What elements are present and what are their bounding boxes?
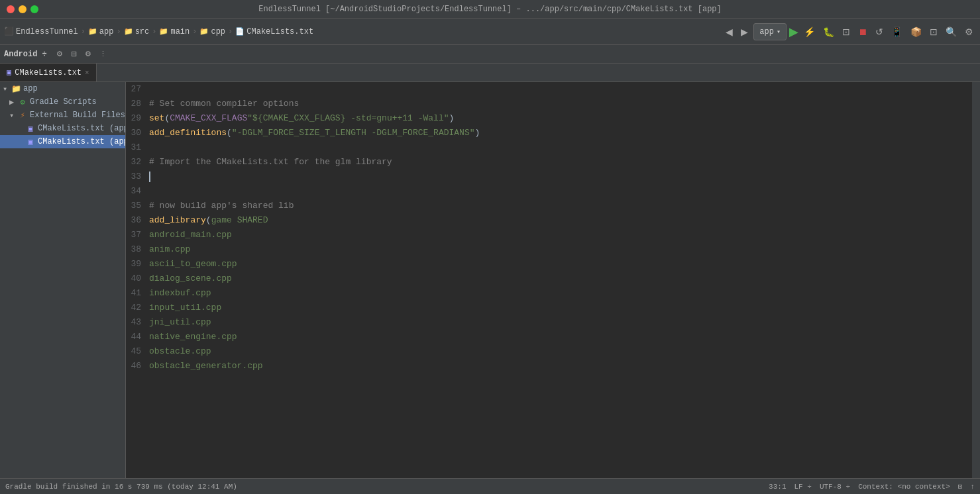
- folder-icon-2: 📁: [124, 27, 133, 36]
- sidebar-item-cmake-1[interactable]: ▶ ▣ CMakeLists.txt (app, ...): [0, 122, 125, 135]
- sync-button[interactable]: ↺: [873, 25, 886, 38]
- status-bar: Gradle build finished in 16 s 739 ms (to…: [0, 478, 980, 494]
- breadcrumb-item-0[interactable]: ⬛ EndlessTunnel: [4, 26, 78, 36]
- breadcrumb-item-1[interactable]: 📁 app: [88, 27, 114, 36]
- code-line-30: 30 add_definitions("-DGLM_FORCE_SIZE_T_L…: [126, 126, 972, 140]
- status-message: Gradle build finished in 16 s 739 ms (to…: [5, 483, 762, 491]
- breadcrumb: ⬛ EndlessTunnel › 📁 app › 📁 src › 📁 main…: [4, 26, 313, 36]
- code-line-31: 31: [126, 140, 972, 155]
- file-icon-5: 📄: [235, 27, 245, 36]
- sidebar-label-app: app: [23, 84, 38, 93]
- code-line-43: 43 jni_util.cpp: [126, 315, 972, 330]
- tab-cmakelists[interactable]: ▣ CMakeLists.txt ×: [0, 64, 97, 81]
- code-line-37: 37 android_main.cpp: [126, 228, 972, 242]
- sidebar-item-cmake-2[interactable]: ▶ ▣ CMakeLists.txt (app, ...): [0, 135, 125, 148]
- close-button[interactable]: [7, 5, 15, 13]
- avd-button[interactable]: 📱: [889, 25, 905, 38]
- sidebar-item-app[interactable]: ▾ 📁 app: [0, 82, 125, 95]
- breadcrumb-label-1: app: [99, 27, 114, 36]
- breadcrumb-label-0: EndlessTunnel: [16, 27, 78, 36]
- code-line-42: 42 input_util.cpp: [126, 301, 972, 315]
- external-build-icon: ⚡: [17, 110, 28, 121]
- cmake-file-icon: ▣: [7, 68, 11, 77]
- expand-icon-gradle: ▶: [9, 97, 17, 107]
- folder-icon-1: 📁: [88, 27, 97, 36]
- android-label: Android ÷: [4, 50, 51, 59]
- cursor-position[interactable]: 33:1: [769, 483, 786, 491]
- more-btn[interactable]: ⋮: [97, 48, 109, 60]
- breadcrumb-item-4[interactable]: 📁 cpp: [199, 27, 225, 36]
- project-icon: ⬛: [4, 26, 14, 36]
- code-line-34: 34: [126, 184, 972, 199]
- cmake-icon-2: ▣: [25, 136, 36, 147]
- chevron-down-icon: ▾: [777, 28, 781, 36]
- sdk-button[interactable]: 📦: [908, 25, 924, 38]
- settings-btn[interactable]: ⚙: [82, 48, 94, 60]
- collapse-all-btn[interactable]: ⊟: [68, 48, 80, 60]
- title-bar: EndlessTunnel [~/AndroidStudioProjects/E…: [0, 0, 980, 19]
- sync-project-btn[interactable]: ⚙: [54, 48, 66, 60]
- secondary-toolbar: Android ÷ ⚙ ⊟ ⚙ ⋮: [0, 45, 980, 64]
- status-text: Gradle build finished in 16 s 739 ms (to…: [5, 483, 237, 491]
- folder-icon-4: 📁: [199, 27, 209, 36]
- vcs-icon[interactable]: ↑: [970, 483, 975, 491]
- profile-button[interactable]: ⚡: [801, 25, 818, 38]
- expand-icon-app: ▾: [3, 84, 11, 94]
- minimize-button[interactable]: [19, 5, 27, 13]
- context-info: Context: <no context>: [858, 483, 950, 491]
- code-line-39: 39 ascii_to_geom.cpp: [126, 257, 972, 272]
- stop-button[interactable]: ⏹: [855, 25, 870, 38]
- code-line-36: 36 add_library(game SHARED: [126, 213, 972, 228]
- code-line-28: 28 # Set common compiler options: [126, 97, 972, 111]
- sidebar-label-gradle: Gradle Scripts: [30, 97, 97, 107]
- code-line-32: 32 # Import the CMakeLists.txt for the g…: [126, 155, 972, 170]
- debug-button[interactable]: 🐛: [820, 25, 837, 38]
- indent-icon[interactable]: ⊡: [958, 482, 963, 491]
- folder-icon-3: 📁: [159, 27, 168, 36]
- sidebar-item-external-build[interactable]: ▾ ⚡ External Build Files: [0, 109, 125, 122]
- code-line-40: 40 dialog_scene.cpp: [126, 272, 972, 286]
- app-folder-icon: 📁: [11, 83, 21, 94]
- traffic-lights[interactable]: [7, 5, 38, 13]
- maximize-button[interactable]: [30, 5, 38, 13]
- app-selector-label: app: [759, 27, 774, 36]
- tab-bar: ▣ CMakeLists.txt ×: [0, 64, 980, 82]
- expand-icon-external: ▾: [9, 111, 17, 121]
- code-line-38: 38 anim.cpp: [126, 242, 972, 257]
- breadcrumb-label-4: cpp: [211, 27, 225, 36]
- breadcrumb-item-3[interactable]: 📁 main: [159, 27, 190, 36]
- breadcrumb-label-3: main: [170, 27, 190, 36]
- search-button[interactable]: 🔍: [943, 25, 959, 38]
- forward-button[interactable]: ▶: [738, 25, 751, 38]
- tab-close-button[interactable]: ×: [85, 69, 89, 77]
- cmake-icon-1: ▣: [25, 123, 36, 134]
- breadcrumb-item-5[interactable]: 📄 CMakeLists.txt: [235, 27, 313, 36]
- code-line-33: 33: [126, 170, 972, 184]
- main-toolbar: ⬛ EndlessTunnel › 📁 app › 📁 src › 📁 main…: [0, 19, 980, 45]
- status-right: 33:1 LF ÷ UTF-8 ÷ Context: <no context> …: [769, 482, 975, 491]
- code-line-46: 46 obstacle_generator.cpp: [126, 359, 972, 373]
- code-line-27: 27: [126, 82, 972, 97]
- back-button[interactable]: ◀: [723, 25, 735, 38]
- cursor: [149, 172, 150, 182]
- line-ending[interactable]: LF ÷: [794, 483, 812, 491]
- encoding[interactable]: UTF-8 ÷: [820, 483, 850, 491]
- breadcrumb-label-5: CMakeLists.txt: [246, 27, 313, 36]
- breadcrumb-label-2: src: [135, 27, 150, 36]
- code-line-44: 44 native_engine.cpp: [126, 330, 972, 344]
- sidebar-label-external: External Build Files: [30, 111, 125, 120]
- code-line-29: 29 set(CMAKE_CXX_FLAGS "${CMAKE_CXX_FLAG…: [126, 111, 972, 126]
- gradle-icon: ⚙: [17, 97, 28, 107]
- right-gutter: [972, 82, 980, 478]
- run-button[interactable]: ▶: [789, 25, 798, 39]
- app-selector[interactable]: app ▾: [753, 23, 787, 40]
- sidebar-label-cmake-1: CMakeLists.txt (app, ...): [38, 124, 125, 133]
- settings-icon[interactable]: ⚙: [962, 25, 976, 38]
- code-container[interactable]: 27 28 # Set common compiler options 29 s…: [126, 82, 980, 478]
- toolbar-actions: ◀ ▶ app ▾ ▶ ⚡ 🐛 ⊡ ⏹ ↺ 📱 📦 ⊡ 🔍 ⚙: [723, 23, 976, 40]
- breadcrumb-item-2[interactable]: 📁 src: [124, 27, 150, 36]
- sidebar: ▾ 📁 app ▶ ⚙ Gradle Scripts ▾ ⚡ External …: [0, 82, 126, 478]
- structure-button[interactable]: ⊡: [927, 25, 940, 38]
- sidebar-item-gradle[interactable]: ▶ ⚙ Gradle Scripts: [0, 95, 125, 109]
- attach-button[interactable]: ⊡: [840, 25, 853, 38]
